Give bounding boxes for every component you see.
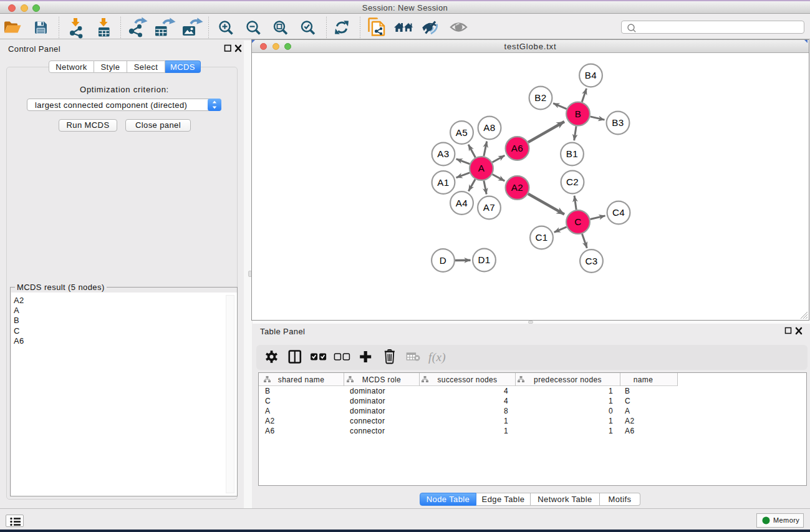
svg-text:C2: C2 bbox=[566, 177, 579, 187]
svg-text:A7: A7 bbox=[483, 202, 495, 213]
svg-text:A6: A6 bbox=[511, 143, 523, 153]
svg-text:A3: A3 bbox=[437, 148, 449, 159]
svg-text:B: B bbox=[575, 109, 582, 119]
svg-text:A: A bbox=[478, 163, 485, 173]
svg-text:A5: A5 bbox=[456, 127, 468, 138]
svg-text:A2: A2 bbox=[511, 182, 523, 193]
svg-text:A8: A8 bbox=[483, 122, 495, 133]
svg-text:C3: C3 bbox=[585, 256, 597, 266]
svg-text:A4: A4 bbox=[456, 198, 468, 208]
svg-text:D: D bbox=[440, 255, 446, 266]
svg-text:C1: C1 bbox=[535, 232, 547, 243]
svg-text:B3: B3 bbox=[612, 117, 624, 128]
svg-text:f(x): f(x) bbox=[428, 351, 446, 364]
svg-text:B1: B1 bbox=[566, 148, 578, 159]
svg-text:B2: B2 bbox=[534, 92, 546, 103]
svg-text:C4: C4 bbox=[612, 207, 625, 218]
svg-text:A1: A1 bbox=[437, 177, 449, 188]
svg-text:D1: D1 bbox=[478, 254, 490, 265]
svg-text:B4: B4 bbox=[585, 70, 597, 80]
svg-text:C: C bbox=[574, 216, 581, 227]
